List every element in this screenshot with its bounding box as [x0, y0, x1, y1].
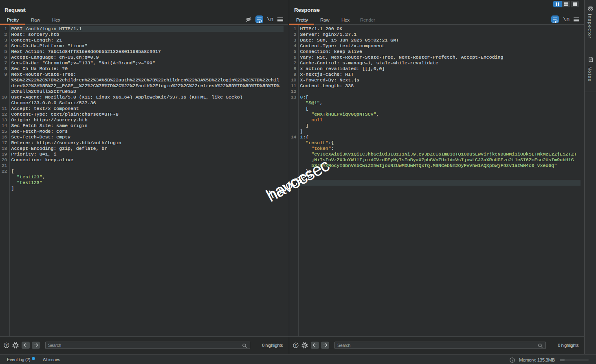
svg-text:?: ? [295, 343, 297, 347]
svg-text:?: ? [5, 343, 8, 347]
